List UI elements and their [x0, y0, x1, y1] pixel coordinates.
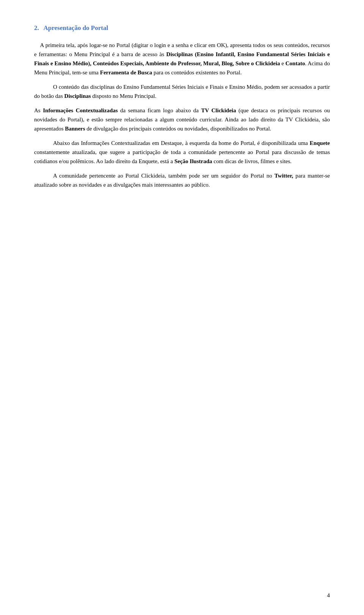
section-title: Apresentação do Portal	[44, 24, 108, 31]
normal-text: de divulgação dos principais conteúdos o…	[85, 126, 271, 132]
bold-text: Ferramenta de Busca	[100, 69, 152, 75]
bold-text: Seção Ilustrada	[174, 158, 212, 164]
normal-text: e	[280, 60, 285, 66]
page: 2. Apresentação do Portal A primeira tel…	[0, 0, 364, 615]
bold-text: Disciplinas	[64, 93, 91, 99]
paragraph-p1: A primeira tela, após logar-se no Portal…	[34, 41, 330, 77]
content-area: A primeira tela, após logar-se no Portal…	[34, 41, 330, 189]
bold-text: Contato	[286, 60, 305, 66]
bold-text: Informações Contextualizadas	[43, 107, 118, 113]
paragraph-p4: Abaixo das Informações Contextualizadas …	[34, 138, 330, 166]
bold-text: Enquete	[310, 140, 330, 146]
section-number: 2.	[34, 24, 39, 31]
normal-text: A comunidade pertencente ao Portal Click…	[53, 173, 275, 179]
bold-text: TV Clickideia	[201, 107, 236, 113]
normal-text: Abaixo das Informações Contextualizadas …	[53, 140, 310, 146]
section-heading: 2. Apresentação do Portal	[34, 23, 330, 33]
normal-text: As	[34, 107, 43, 113]
bold-text: Twitter,	[275, 173, 293, 179]
paragraph-p2: O conteúdo das disciplinas do Ensino Fun…	[34, 82, 330, 101]
paragraph-p3: As Informações Contextualizadas da seman…	[34, 106, 330, 133]
normal-text: da semana ficam logo abaixo da	[118, 107, 201, 113]
paragraph-p5: A comunidade pertencente ao Portal Click…	[34, 171, 330, 189]
normal-text: com dicas de livros, filmes e sites.	[212, 158, 292, 164]
normal-text: para os conteúdos existentes no Portal.	[152, 69, 242, 75]
bold-text: Banners	[65, 126, 85, 132]
page-number: 4	[327, 591, 330, 600]
normal-text: disposto no Menu Principal.	[91, 93, 157, 99]
